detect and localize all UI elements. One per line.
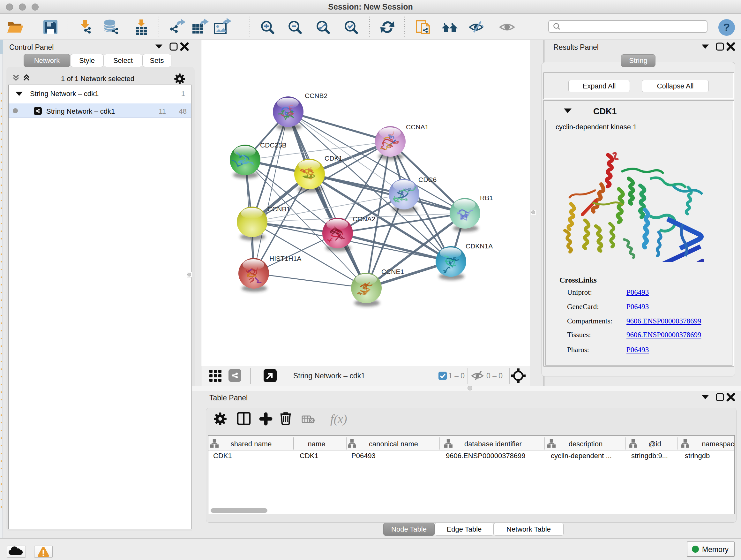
svg-text:1 – 0: 1 – 0 xyxy=(448,372,465,380)
svg-text:HIST1H1A: HIST1H1A xyxy=(269,255,301,262)
svg-text:?: ? xyxy=(724,21,730,33)
svg-text:canonical name: canonical name xyxy=(369,440,418,448)
svg-text:RB1: RB1 xyxy=(480,194,493,201)
svg-text:CDC25B: CDC25B xyxy=(260,141,286,149)
svg-text:CCNA2: CCNA2 xyxy=(353,215,375,223)
svg-text:shared name: shared name xyxy=(231,440,272,448)
svg-text:f(x): f(x) xyxy=(330,412,347,426)
svg-text:0 – 0: 0 – 0 xyxy=(486,372,502,380)
svg-text:CCNA1: CCNA1 xyxy=(406,123,428,131)
svg-text:CDK1: CDK1 xyxy=(325,154,342,162)
svg-text:database identifier: database identifier xyxy=(464,440,522,448)
svg-text:CDKN1A: CDKN1A xyxy=(466,242,493,250)
svg-text:String Network – cdk1: String Network – cdk1 xyxy=(293,372,365,380)
svg-text:CCNB1: CCNB1 xyxy=(267,205,290,212)
svg-text:description: description xyxy=(569,440,603,448)
svg-text:name: name xyxy=(308,440,325,448)
svg-text:@id: @id xyxy=(649,440,661,448)
svg-text:namespace: namespace xyxy=(702,440,735,448)
svg-text:CCNB2: CCNB2 xyxy=(305,92,327,99)
svg-text:CDC6: CDC6 xyxy=(418,176,436,183)
svg-text:CCNE1: CCNE1 xyxy=(381,268,404,275)
